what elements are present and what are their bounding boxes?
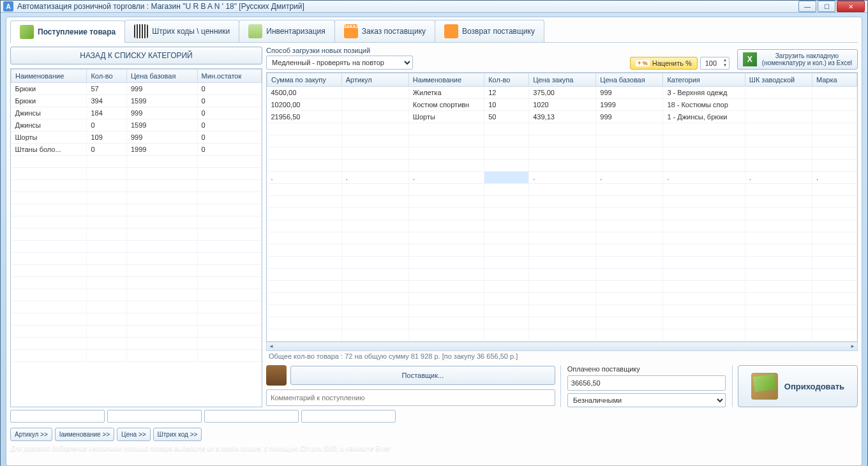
table-row: .... [11,180,262,192]
barcode-button[interactable]: Штрих код >> [153,428,202,441]
price-button[interactable]: Цена >> [117,428,151,441]
tab-barcodes[interactable]: Штрих коды \ ценники [124,20,239,42]
table-row: .... [11,216,262,229]
maximize-button[interactable]: ☐ [818,1,835,12]
table-row[interactable]: ......... [267,329,857,342]
table-row[interactable]: ......... [267,293,857,305]
table-row: .... [11,229,262,241]
table-row: .... [11,301,262,313]
tab-incoming[interactable]: Поступление товара [10,20,125,43]
comment-input[interactable] [266,389,555,406]
table-row[interactable]: ......... [267,281,857,293]
post-label: Оприходовать [784,382,844,391]
stock-grid[interactable]: НаименованиеКол-воЦена базоваяМин.остато… [10,68,262,407]
scroll-right[interactable]: ► [848,343,857,349]
table-row[interactable]: ......... [267,208,857,220]
table-row[interactable]: ......... [267,269,857,281]
incoming-grid[interactable]: Сумма по закупуАртикулНаименованиеКол-во… [266,72,858,342]
col-header[interactable]: Наименование [11,70,87,83]
tab-label: Штрих коды \ ценники [152,27,230,36]
table-row[interactable]: ... ..... [267,172,857,184]
app-icon: А [3,1,13,11]
payment-method-select[interactable]: Безналичными [567,393,726,407]
tab-label: Поступление товара [38,27,116,36]
selection-hint: Для разового добавления нескольких позиц… [10,444,396,462]
table-row[interactable]: Штаны боло...019990 [11,144,262,156]
col-header[interactable]: Сумма по закупу [267,73,342,87]
filter-box-1[interactable] [10,410,105,423]
table-row[interactable]: ......... [267,317,857,329]
col-header[interactable]: Цена закупа [529,73,596,87]
col-header[interactable]: Марка [812,73,857,87]
table-row[interactable]: Брюки39415990 [11,95,262,107]
load-mode-select[interactable]: Медленный - проверять на повтор [266,56,413,70]
table-row[interactable]: ......... [267,244,857,257]
horizontal-scrollbar[interactable]: ◄► [266,342,858,351]
post-incoming-button[interactable]: Оприходовать [738,365,858,407]
col-header[interactable]: Артикул [341,73,408,87]
back-to-categories-button[interactable]: НАЗАД К СПИСКУ КАТЕГОРИЙ [10,47,262,64]
tab-return[interactable]: Возврат поставщику [435,20,544,42]
markup-button[interactable]: + %Наценить % [630,57,698,70]
window-title: Автоматизация розничной торговли : Магаз… [17,2,798,11]
table-row: .... [11,241,262,253]
table-row: .... [11,265,262,277]
spin-down[interactable]: ▼ [721,63,729,68]
supplier-button[interactable]: Поставщик... [290,366,555,385]
col-header[interactable]: Цена базовая [126,70,197,83]
load-invoice-button[interactable]: X Загрузить накладную(номенклатуру и кол… [737,49,858,70]
table-row: .... [11,313,262,326]
table-row[interactable]: ......... [267,220,857,232]
table-row[interactable]: ......... [267,196,857,208]
col-header[interactable]: ШК заводской [745,73,812,87]
markup-spinner[interactable]: ▲▼ [700,57,730,70]
table-row: .... [11,326,262,338]
table-row: .... [11,156,262,168]
table-row[interactable]: ......... [267,232,857,244]
minimize-button[interactable]: — [798,1,816,12]
table-row[interactable]: Брюки579990 [11,83,262,95]
paid-input[interactable] [567,375,726,391]
tab-inventory[interactable]: Инвентаризация [239,20,334,42]
tab-order[interactable]: ЗАКАЗЗаказ поставщику [334,20,435,42]
paid-label: Оплачено поставщику [567,365,726,373]
table-row[interactable]: Джинсы1849990 [11,107,262,119]
article-button[interactable]: Артикул >> [10,428,52,441]
load-invoice-line1: Загрузить накладную [762,52,852,59]
markup-value[interactable] [701,57,721,69]
titlebar: А Автоматизация розничной торговли : Маг… [1,1,867,13]
table-row[interactable]: 4500,00Жилетка12375,009993 - Верхняя оде… [267,87,857,99]
table-row[interactable]: ......... [267,184,857,196]
table-row: .... [11,204,262,216]
col-header[interactable]: Мин.остаток [197,70,261,83]
table-row[interactable]: ......... [267,147,857,160]
col-header[interactable]: Цена базовая [596,73,663,87]
table-row[interactable]: 21956,50Шорты50439,139991 - Джинсы, брюк… [267,111,857,123]
post-icon [751,373,778,400]
close-button[interactable]: ✕ [837,1,865,12]
table-row[interactable]: Шорты1099990 [11,132,262,144]
filter-box-2[interactable] [107,410,202,423]
col-header[interactable]: Наименование [408,73,484,87]
table-row[interactable]: ......... [267,305,857,317]
filter-box-3[interactable] [204,410,299,423]
filter-box-4[interactable] [301,410,396,423]
table-row[interactable]: 10200,00Костюм спортивн101020199918 - Ко… [267,99,857,111]
table-row[interactable]: ......... [267,257,857,269]
order-icon: ЗАКАЗ [344,24,358,38]
totals-summary: Общее кол-во товара : 72 на общую сумму … [266,351,858,361]
spin-up[interactable]: ▲ [721,57,729,63]
name-button[interactable]: Іаименование >> [55,428,114,441]
supplier-icon [266,365,287,386]
table-row: .... [11,192,262,204]
col-header[interactable]: Категория [663,73,745,87]
table-row[interactable]: Джинсы015990 [11,119,262,132]
col-header[interactable]: Кол-во [87,70,127,83]
load-invoice-line2: (номенклатуру и кол.) из Excel [762,59,852,66]
scroll-left[interactable]: ◄ [267,343,276,349]
plusminus-icon: + % [636,60,650,66]
table-row[interactable]: ......... [267,160,857,172]
table-row[interactable]: ......... [267,123,857,135]
table-row[interactable]: ......... [267,135,857,147]
col-header[interactable]: Кол-во [484,73,529,87]
